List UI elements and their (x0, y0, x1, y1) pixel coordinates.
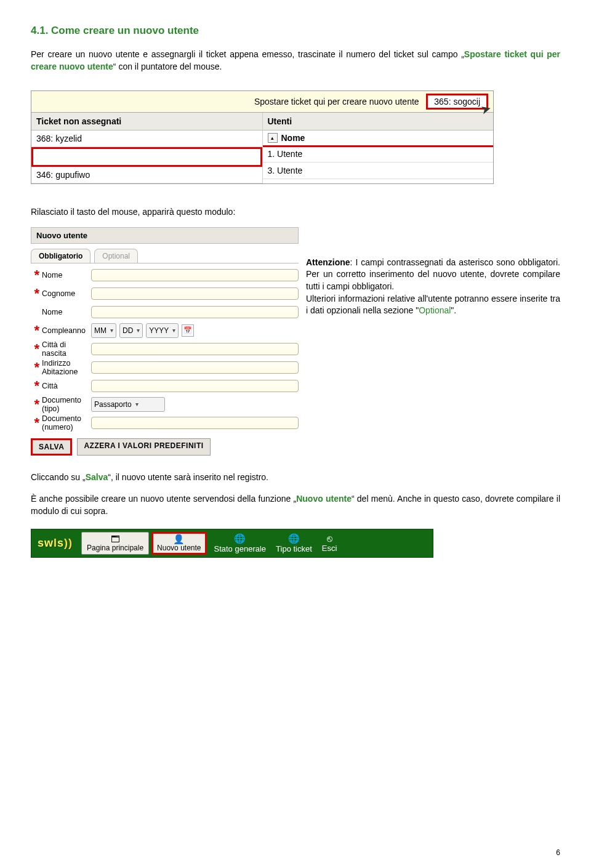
optional-ref: Optional (419, 305, 451, 315)
tab-required[interactable]: Obbligatorio (31, 249, 90, 263)
user-row[interactable]: 1. Utente (263, 146, 494, 163)
section-heading: 4.1. Come creare un nuovo utente (31, 25, 560, 37)
ticket-row[interactable]: 346: gupufiwo (31, 167, 262, 183)
toolbar-label: Stato generale (214, 544, 267, 553)
exit-icon: ⎋ (327, 533, 332, 544)
dropzone-bar: Spostare ticket qui per creare nuovo ute… (31, 91, 493, 113)
logo-part: s (57, 537, 64, 549)
highlight-text: Salva (86, 472, 108, 482)
label-lastname: Cognome (39, 289, 91, 298)
city-input[interactable] (91, 380, 299, 392)
birthcity-input[interactable] (91, 343, 299, 355)
drag-drop-screenshot: Spostare ticket qui per creare nuovo ute… (31, 90, 494, 184)
newuser-icon: 👤 (173, 534, 185, 544)
text: Per creare un nuovo utente e assegnargli… (31, 49, 464, 59)
toolbar-label: Nuovo utente (157, 544, 201, 552)
calendar-icon[interactable]: 📅 (182, 324, 194, 337)
required-star: * (31, 326, 39, 335)
ticket-row[interactable]: 368: kyzelid (31, 131, 262, 147)
user-row[interactable]: 3. Utente (263, 163, 494, 179)
new-user-form-screenshot: Nuovo utente Obbligatorio Optional * Nom… (31, 227, 299, 456)
users-column: Utenti ▴ Nome 1. Utente 3. Utente (263, 113, 494, 183)
required-star: * (31, 382, 39, 390)
label-name2: Nome (39, 308, 91, 316)
toolbar-label: Pagina principale (87, 544, 143, 552)
toolbar-label: Tipo ticket (276, 544, 312, 553)
window-icon: 🗔 (111, 534, 120, 544)
globe-icon: 🌐 (234, 533, 246, 544)
toolbar-exit-link[interactable]: ⎋ Esci (322, 533, 337, 553)
tab-optional[interactable]: Optional (94, 249, 138, 263)
form-title: Nuovo utente (31, 227, 299, 244)
text: ". (451, 305, 456, 315)
label-doctype: Documento (tipo) (39, 396, 91, 413)
column-header: Ticket non assegnati (31, 113, 262, 131)
logo: swIs)) (35, 537, 81, 550)
column-header: Utenti (263, 113, 494, 131)
required-star: * (31, 419, 39, 427)
dragged-ticket[interactable]: 365: sogocij ➤ (426, 94, 488, 110)
logo-part: sw (38, 537, 54, 549)
sort-icon: ▴ (268, 133, 278, 143)
firstname-input[interactable] (91, 269, 299, 281)
birthday-month-select[interactable]: MM (91, 323, 116, 338)
intro-paragraph: Per creare un nuovo utente e assegnargli… (31, 48, 560, 73)
column-sort[interactable]: ▴ Nome (263, 131, 494, 146)
birthday-day-select[interactable]: DD (119, 323, 143, 338)
highlight-underline (263, 145, 494, 147)
text: “, il nuovo utente sarà inserito nel reg… (108, 472, 268, 482)
text: È anche possibile creare un nuovo utente… (31, 494, 296, 504)
required-star: * (31, 363, 39, 372)
label-address: Indirizzo Abitazione (39, 359, 91, 376)
body-text: È anche possibile creare un nuovo utente… (31, 492, 560, 518)
ticket-row-highlight[interactable] (31, 147, 262, 167)
docnum-input[interactable] (91, 417, 299, 429)
body-text: Rilasciato il tasto del mouse, apparirà … (31, 206, 560, 218)
unassigned-tickets-column: Ticket non assegnati 368: kyzelid 346: g… (31, 113, 263, 183)
toolbar-label: Esci (322, 544, 337, 553)
label-birthcity: Città di nascita (39, 340, 91, 358)
toolbar-newuser-button[interactable]: 👤 Nuovo utente (151, 532, 206, 555)
callout-text: Attenzione: I campi contrassegnati da as… (306, 227, 560, 317)
toolbar-home-button[interactable]: 🗔 Pagina principale (81, 532, 149, 555)
toolbar-status-link[interactable]: 🌐 Stato generale (214, 533, 267, 553)
label-birthday: Compleanno (39, 326, 91, 335)
save-button[interactable]: SALVA (31, 438, 72, 456)
required-star: * (31, 400, 39, 409)
globe-icon: 🌐 (288, 533, 300, 544)
required-star: * (31, 345, 39, 353)
address-input[interactable] (91, 361, 299, 374)
birthday-year-select[interactable]: YYYY (146, 323, 179, 338)
toolbar-tickettype-link[interactable]: 🌐 Tipo ticket (276, 533, 312, 553)
dragged-ticket-label: 365: sogocij (434, 97, 480, 106)
dropzone-label: Spostare ticket qui per creare nuovo ute… (254, 97, 419, 106)
required-star: * (31, 271, 39, 279)
text: Cliccando su „ (31, 472, 86, 482)
name2-input[interactable] (91, 306, 299, 318)
reset-button[interactable]: AZZERA I VALORI PREDEFINITI (77, 438, 210, 456)
callout-warn: Attenzione (306, 257, 350, 267)
label-docnum: Documento (numero) (39, 414, 91, 432)
column-sort-label: Nome (281, 133, 305, 143)
required-star: * (31, 289, 39, 298)
lastname-input[interactable] (91, 287, 299, 300)
label-firstname: Nome (39, 271, 91, 279)
text: “ con il puntatore del mouse. (113, 62, 222, 71)
doctype-select[interactable]: Passaporto (91, 397, 165, 412)
highlight-text: Nuovo utente (296, 494, 352, 504)
label-city: Città (39, 382, 91, 390)
toolbar-screenshot: swIs)) 🗔 Pagina principale 👤 Nuovo utent… (31, 529, 433, 558)
logo-paren: )) (64, 537, 73, 549)
body-text: Cliccando su „Salva“, il nuovo utente sa… (31, 471, 560, 483)
